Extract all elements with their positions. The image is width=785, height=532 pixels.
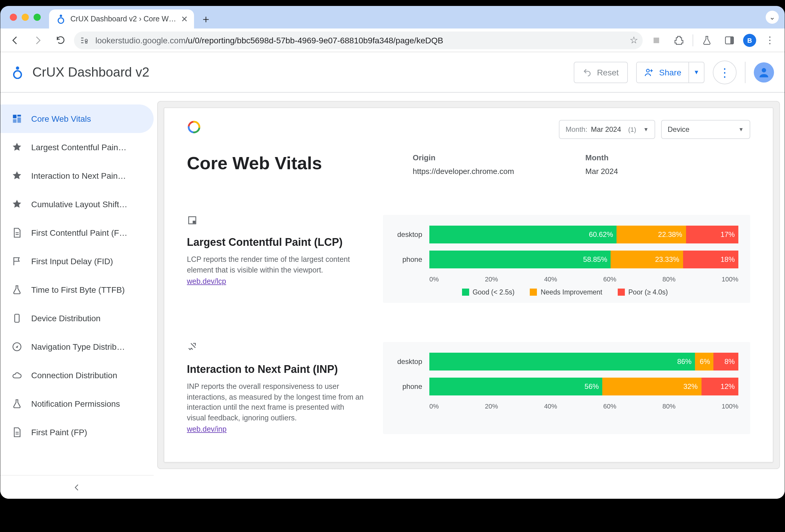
sidebar-item-label: Time to First Byte (TTFB) [31, 285, 125, 294]
new-tab-button[interactable]: ＋ [198, 11, 214, 27]
undo-icon [583, 68, 592, 77]
more-options-button[interactable]: ⋮ [713, 60, 737, 84]
chart-row: phone58.85%23.33%18% [391, 250, 738, 268]
sidebar-item[interactable]: First Paint (FP) [0, 418, 154, 447]
forward-button[interactable] [29, 31, 47, 49]
browser-tab[interactable]: CrUX Dashboard v2 › Core W… ✕ [49, 9, 194, 28]
tab-search-button[interactable]: ⌄ [766, 11, 779, 24]
device-icon [11, 312, 23, 324]
sidebar-item[interactable]: Core Web Vitals [0, 105, 154, 133]
labs-icon[interactable] [698, 31, 716, 49]
sidebar-item-label: Notification Permissions [31, 399, 120, 408]
app-header: CrUX Dashboard v2 Reset Share ▼ ⋮ [0, 52, 785, 92]
svg-rect-7 [654, 37, 659, 43]
sidebar-item-label: Device Distribution [31, 314, 100, 323]
month-filter[interactable]: Month: Mar 2024 (1) ▼ [559, 120, 655, 139]
svg-point-1 [58, 18, 64, 23]
metric-icon [187, 342, 365, 355]
sidebar-item-label: Largest Contentful Pain… [31, 142, 127, 152]
svg-rect-16 [18, 117, 21, 123]
sidebar-item-label: First Paint (FP) [31, 427, 87, 437]
sidebar-item-label: Connection Distribution [31, 371, 117, 380]
svg-point-12 [646, 69, 649, 72]
flask-icon [11, 284, 23, 296]
chart-row: desktop60.62%22.38%17% [391, 225, 738, 243]
sidebar: Core Web VitalsLargest Contentful Pain…I… [0, 92, 154, 499]
profile-avatar[interactable]: B [743, 33, 756, 47]
minimize-window-icon[interactable] [22, 14, 29, 21]
crux-logo-icon [187, 120, 201, 134]
sidebar-item[interactable]: Time to First Byte (TTFB) [0, 275, 154, 304]
browser-menu-icon[interactable]: ⋮ [761, 31, 779, 49]
svg-point-11 [14, 71, 21, 78]
chevron-left-icon [73, 483, 81, 491]
reset-button[interactable]: Reset [574, 61, 628, 83]
account-avatar[interactable] [754, 62, 774, 82]
star-icon [11, 170, 23, 182]
sidebar-item[interactable]: Connection Distribution [0, 361, 154, 390]
compass-icon [11, 341, 23, 353]
sidebar-item-label: First Contentful Paint (F… [31, 228, 127, 238]
sidebar-item[interactable]: First Input Delay (FID) [0, 247, 154, 275]
svg-point-0 [60, 15, 62, 17]
window-controls[interactable] [7, 6, 49, 28]
bookmark-icon[interactable]: ☆ [630, 34, 638, 46]
person-icon [757, 65, 770, 79]
svg-rect-2 [81, 37, 83, 38]
lookerstudio-logo-icon [11, 65, 24, 79]
bar-chart: desktop60.62%22.38%17%phone58.85%23.33%1… [383, 215, 750, 303]
flask-icon [11, 398, 23, 410]
sidebar-item[interactable]: Device Distribution [0, 304, 154, 332]
collapse-sidebar-button[interactable] [0, 475, 154, 499]
report-canvas: Month: Mar 2024 (1) ▼ Device ▼ [154, 92, 785, 499]
share-dropdown-icon[interactable]: ▼ [688, 62, 704, 82]
svg-rect-18 [15, 314, 19, 322]
metric-link[interactable]: web.dev/lcp [187, 277, 226, 286]
browser-toolbar: lookerstudio.google.com/u/0/reporting/bb… [0, 28, 785, 52]
flag-icon [11, 255, 23, 267]
report-meta: Origin https://developer.chrome.com Mont… [413, 153, 618, 176]
svg-rect-17 [13, 119, 17, 123]
svg-rect-4 [81, 42, 83, 43]
sidebar-item[interactable]: Notification Permissions [0, 390, 154, 418]
close-tab-icon[interactable]: ✕ [181, 14, 188, 24]
doc-icon [11, 227, 23, 239]
doc-icon [11, 426, 23, 438]
side-panel-icon[interactable] [720, 31, 738, 49]
device-filter[interactable]: Device ▼ [661, 120, 750, 139]
app-title: CrUX Dashboard v2 [32, 64, 149, 80]
star-icon [11, 141, 23, 153]
svg-rect-3 [81, 40, 83, 41]
metric-icon [187, 215, 365, 228]
extensions-icon[interactable] [670, 31, 688, 49]
close-window-icon[interactable] [10, 14, 17, 21]
reload-button[interactable] [51, 31, 69, 49]
site-info-icon[interactable] [80, 35, 90, 45]
back-button[interactable] [6, 31, 24, 49]
sidebar-item[interactable]: Cumulative Layout Shift… [0, 190, 154, 218]
share-label: Share [659, 68, 681, 77]
sidebar-item-label: Cumulative Layout Shift… [31, 200, 127, 209]
share-button[interactable]: Share ▼ [636, 61, 705, 83]
sidebar-item[interactable]: Navigation Type Distrib… [0, 332, 154, 361]
browser-tabstrip: CrUX Dashboard v2 › Core W… ✕ ＋ ⌄ [0, 6, 785, 28]
svg-rect-9 [730, 36, 734, 44]
svg-point-10 [16, 66, 19, 70]
metric-description: Largest Contentful Paint (LCP)LCP report… [187, 215, 365, 303]
extension-slot[interactable] [648, 31, 665, 49]
chart-row: phone56%32%12% [391, 378, 738, 395]
sidebar-item[interactable]: First Contentful Paint (F… [0, 218, 154, 247]
sidebar-item-label: Navigation Type Distrib… [31, 342, 125, 351]
zoom-window-icon[interactable] [33, 14, 41, 21]
chart-legend: Good (< 2.5s)Needs ImprovementPoor (≥ 4.… [391, 289, 738, 296]
dashboard-icon [11, 113, 23, 125]
reset-label: Reset [597, 68, 618, 77]
sidebar-item[interactable]: Interaction to Next Pain… [0, 161, 154, 190]
tab-favicon-icon [56, 14, 66, 24]
address-bar[interactable]: lookerstudio.google.com/u/0/reporting/bb… [74, 31, 643, 49]
svg-rect-15 [18, 115, 21, 117]
sidebar-item-label: First Input Delay (FID) [31, 257, 113, 266]
star-icon [11, 198, 23, 210]
metric-link[interactable]: web.dev/inp [187, 425, 226, 433]
sidebar-item[interactable]: Largest Contentful Pain… [0, 133, 154, 161]
